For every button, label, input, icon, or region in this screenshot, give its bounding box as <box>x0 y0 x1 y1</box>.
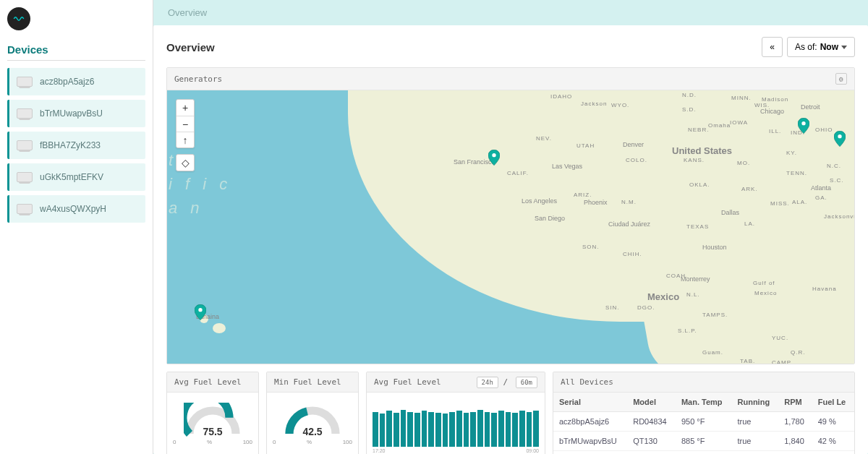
state-label: CALIF. <box>507 170 529 176</box>
state-label: YUC. <box>772 335 788 341</box>
time-asof-button[interactable]: As of: Now <box>787 37 855 57</box>
city-label: Denver <box>623 141 644 148</box>
bar <box>414 413 420 447</box>
page-title: Overview <box>166 41 215 53</box>
col-header[interactable]: Man. Temp <box>676 393 732 412</box>
bar <box>435 413 441 447</box>
city-label: Ciudad Juárez <box>608 220 650 228</box>
state-label: N.D. <box>682 92 697 98</box>
app-logo[interactable] <box>7 7 30 30</box>
divider <box>7 60 145 61</box>
device-label: bTrMUwapvBsU <box>40 108 103 119</box>
map-marker[interactable] <box>834 131 846 147</box>
col-header[interactable]: Model <box>627 393 676 412</box>
sidebar: Devices acz8bpA5ajz6bTrMUwapvBsUfBBHA7Zy… <box>0 0 153 454</box>
state-label: ARIZ. <box>574 192 592 198</box>
state-label: TAB. <box>740 358 755 364</box>
state-label: TENN. <box>786 170 807 176</box>
reset-bearing-button[interactable]: ↑ <box>176 132 194 147</box>
layers-button[interactable]: ◇ <box>176 154 195 171</box>
city-label: Houston <box>702 244 727 251</box>
table-row[interactable]: bTrMUwapvBsUQT130885 °Ftrue1,84042 % <box>553 432 854 451</box>
state-label: CHIH. <box>623 251 642 257</box>
range-24h-button[interactable]: 24h <box>477 377 498 388</box>
state-label: Guam. <box>702 349 723 356</box>
col-header[interactable]: Running <box>732 393 779 412</box>
city-label: Las Vegas <box>552 163 582 170</box>
generator-icon <box>17 204 33 214</box>
bar <box>443 414 448 447</box>
city-label: Dallas <box>721 209 739 216</box>
state-label: OHIO <box>815 127 833 133</box>
panel-title: Generators <box>174 74 222 84</box>
col-header[interactable]: RPM <box>778 393 812 412</box>
devices-table-panel: All Devices SerialModelMan. TempRunningR… <box>553 372 855 454</box>
bar <box>380 414 386 447</box>
range-60m-button[interactable]: 60m <box>516 377 537 388</box>
col-header[interactable]: Serial <box>553 393 627 412</box>
col-header[interactable]: Fuel Le <box>812 393 854 412</box>
country-label: United States <box>672 145 732 156</box>
state-label: N.C. <box>827 163 841 169</box>
state-label: ARK. <box>741 186 758 192</box>
generator-icon <box>17 140 33 150</box>
bar <box>527 412 532 447</box>
sidebar-device-item[interactable]: fBBHA7ZyK233 <box>7 132 145 159</box>
generator-icon <box>17 172 33 182</box>
layers-icon: ◇ <box>176 155 194 171</box>
sidebar-device-item[interactable]: acz8bpA5ajz6 <box>7 68 145 95</box>
state-label: KY. <box>786 150 797 156</box>
state-label: NEV. <box>536 135 552 142</box>
map-marker[interactable] <box>798 118 809 134</box>
state-label: N.M. <box>621 199 637 205</box>
city-label: Phoenix <box>584 199 608 206</box>
city-label: Chicago <box>760 108 784 115</box>
sidebar-device-item[interactable]: wA4xusQWXpyH <box>7 195 145 223</box>
sidebar-device-item[interactable]: bTrMUwapvBsU <box>7 100 145 127</box>
bar <box>422 411 427 447</box>
zoom-out-button[interactable]: − <box>176 116 194 132</box>
bar <box>428 412 434 447</box>
content-card: Overview « As of: Now Generators ⚙ <box>153 25 868 454</box>
sidebar-device-item[interactable]: uGkK5mptEFKV <box>7 163 145 191</box>
state-label: IOWA <box>730 119 748 126</box>
gauge-avg-panel: Avg Fuel Level 75.5 0%100 <box>166 372 259 454</box>
zoom-controls: + − ↑ <box>176 99 195 148</box>
state-label: Gulf of <box>753 280 775 286</box>
bar <box>373 412 378 447</box>
gauge-avg: 75.5 <box>184 403 242 439</box>
state-label: MO. <box>737 160 750 166</box>
state-label: ILL. <box>769 128 781 134</box>
city-label: Los Angeles <box>522 197 557 205</box>
state-label: MINN. <box>731 95 752 101</box>
map-marker[interactable] <box>195 304 206 320</box>
svg-point-0 <box>492 153 495 157</box>
double-chevron-left-icon: « <box>770 42 775 52</box>
main: Overview Overview « As of: Now Generator… <box>153 0 868 454</box>
bar-chart <box>373 398 539 447</box>
state-label: TAMPS. <box>702 312 728 318</box>
map-marker[interactable] <box>488 150 500 166</box>
device-label: fBBHA7ZyK233 <box>40 140 101 150</box>
time-back-button[interactable]: « <box>762 37 783 57</box>
breadcrumb: Overview <box>153 0 868 25</box>
bar <box>533 411 539 447</box>
device-label: acz8bpA5ajz6 <box>40 77 94 87</box>
zoom-in-button[interactable]: + <box>176 100 194 116</box>
table-row[interactable]: acz8bpA5ajz6RD04834950 °Ftrue1,78049 % <box>553 412 854 432</box>
bar <box>407 412 413 447</box>
state-label: WYO. <box>611 102 629 108</box>
gear-icon[interactable]: ⚙ <box>835 73 847 85</box>
state-label: Madison <box>762 96 788 103</box>
state-label: OKLA. <box>689 181 710 188</box>
state-label: Mexico <box>754 290 777 296</box>
city-label: Atlanta <box>811 184 831 192</box>
bar <box>456 411 462 447</box>
state-label: WIS. <box>754 102 770 108</box>
map[interactable]: t h i f i c a n United States Mexico San… <box>167 90 854 364</box>
state-label: N.L. <box>686 291 700 298</box>
state-label: KANS. <box>684 157 705 163</box>
time-controls: « As of: Now <box>762 37 855 57</box>
state-label: GA. <box>815 194 827 201</box>
generator-icon <box>17 77 33 87</box>
